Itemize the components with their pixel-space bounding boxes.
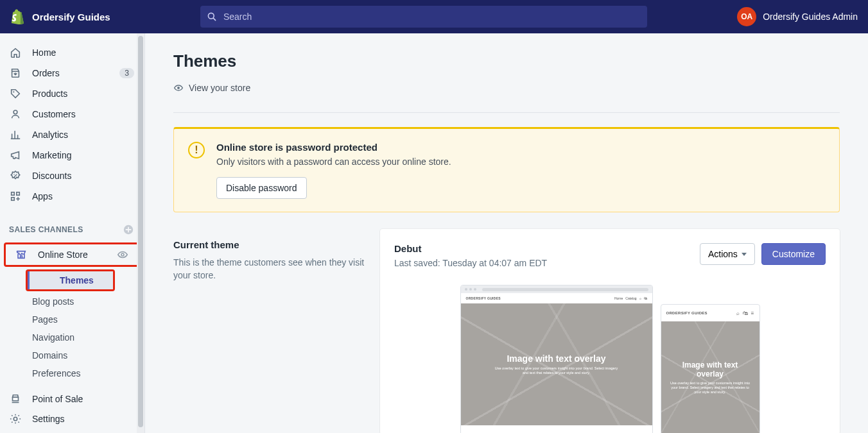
nav-label: Analytics [32,130,68,140]
analytics-icon [9,128,22,141]
pos-icon [9,393,22,405]
user-menu[interactable]: OA Ordersify Guides Admin [737,7,858,26]
preview-cart-icon: 🛍 [644,296,647,300]
svg-point-2 [13,91,14,92]
preview-search-icon: ⌕ [736,310,740,316]
preview-hero-sub: Use overlay text to give your customers … [492,366,621,375]
preview-nav-home: Home [614,296,623,300]
nav-point-of-sale[interactable]: Point of Sale [0,389,144,409]
search-wrap [118,6,729,28]
current-theme-desc: This is the theme customers see when the… [173,257,365,282]
nav-online-store[interactable]: Online Store [6,244,139,265]
subnav-domains[interactable]: Domains [0,346,144,364]
sub-label: Preferences [32,368,80,378]
svg-rect-7 [17,192,20,196]
disable-password-button[interactable]: Disable password [216,177,307,199]
svg-rect-6 [12,192,15,196]
nav-label: Online Store [38,250,88,260]
brand-title: Ordersify Guides [32,12,110,22]
chevron-down-icon [742,253,747,256]
subnav-preferences[interactable]: Preferences [0,364,144,382]
svg-point-10 [121,253,124,256]
topbar: Ordersify Guides OA Ordersify Guides Adm… [0,0,868,33]
subnav-pages[interactable]: Pages [0,310,144,328]
nav-settings[interactable]: Settings [0,409,137,429]
sub-label: Domains [32,350,67,361]
orders-icon [9,67,22,80]
search-box[interactable] [200,6,647,28]
customize-button[interactable]: Customize [761,243,826,265]
nav-label: Products [32,89,67,99]
preview-nav-catalog: Catalog [625,296,636,300]
subnav-navigation[interactable]: Navigation [0,328,144,346]
theme-card: Debut Last saved: Tuesday at 04:07 am ED… [380,229,840,433]
nav-label: Point of Sale [32,394,83,404]
scrollbar-thumb[interactable] [138,36,143,427]
discounts-icon [9,169,22,182]
nav-home[interactable]: Home [0,42,144,63]
add-channel-icon[interactable] [123,224,134,235]
view-your-store-link[interactable]: View your store [173,83,840,93]
nav-orders[interactable]: Orders 3 [0,63,144,83]
preview-store-name-mobile: ORDERSIFY GUIDES [666,311,707,315]
svg-rect-8 [12,198,15,201]
avatar: OA [737,7,756,26]
shopify-logo-icon [10,9,24,24]
subnav-blog-posts[interactable]: Blog posts [0,293,144,310]
nav-label: Home [32,47,56,58]
current-theme-heading: Current theme [173,239,365,250]
preview-hero-title: Image with text overlay [507,353,605,364]
preview-search-icon: ⌕ [639,296,641,300]
settings-icon [9,412,22,425]
nav-discounts[interactable]: Discounts [0,166,144,186]
nav-apps[interactable]: Apps [0,186,144,207]
home-icon [9,46,22,59]
svg-point-12 [177,87,180,89]
page-title: Themes [173,51,840,71]
search-icon [207,12,217,22]
nav-analytics[interactable]: Analytics [0,124,144,145]
nav-label: Orders [32,68,60,78]
products-icon [9,87,22,100]
nav-customers[interactable]: Customers [0,104,144,124]
theme-name: Debut [394,243,700,254]
marketing-icon [9,149,22,162]
nav-label: Discounts [32,171,71,181]
svg-point-11 [13,417,17,420]
customers-icon [9,108,22,121]
svg-point-5 [16,176,17,178]
sub-label: Pages [32,314,58,325]
nav-marketing[interactable]: Marketing [0,145,144,166]
sidebar: Home Orders 3 Products Customers A [0,33,145,433]
apps-icon [9,190,22,203]
password-banner: ! Online store is password protected Onl… [173,127,840,212]
view-store-icon[interactable] [117,249,128,260]
warning-icon: ! [188,142,205,158]
current-theme-aside: Current theme This is the theme customer… [173,229,365,282]
search-input[interactable] [222,11,641,22]
section-label: SALES CHANNELS [9,225,83,234]
theme-preview: ORDERSIFY GUIDES Home Catalog ⌕ 🛍 Image … [394,285,826,433]
sub-label: Blog posts [32,296,74,307]
mobile-preview: ORDERSIFY GUIDES ⌕ 🛍 ≡ Image with text o… [661,304,760,433]
nav-label: Marketing [32,150,71,160]
user-label: Ordersify Guides Admin [763,12,858,22]
subnav-themes[interactable]: Themes [28,271,113,289]
svg-line-1 [213,18,215,20]
preview-menu-icon: ≡ [751,310,754,316]
online-store-icon [15,248,28,261]
preview-cart-icon: 🛍 [743,310,748,316]
nav-label: Apps [32,191,53,201]
view-store-label: View your store [189,83,250,93]
banner-text: Only visitors with a password can access… [216,157,451,167]
actions-dropdown[interactable]: Actions [700,243,755,265]
banner-title: Online store is password protected [216,142,451,153]
sub-label: Themes [60,275,94,285]
sub-label: Navigation [32,332,74,343]
eye-icon [173,83,184,93]
main-content: Themes View your store ! Online store is… [145,33,868,433]
sidebar-scrollbar[interactable] [137,33,144,433]
preview-hero-title-mobile: Image with text overlay [669,361,752,378]
svg-point-4 [13,174,15,175]
nav-products[interactable]: Products [0,83,144,104]
